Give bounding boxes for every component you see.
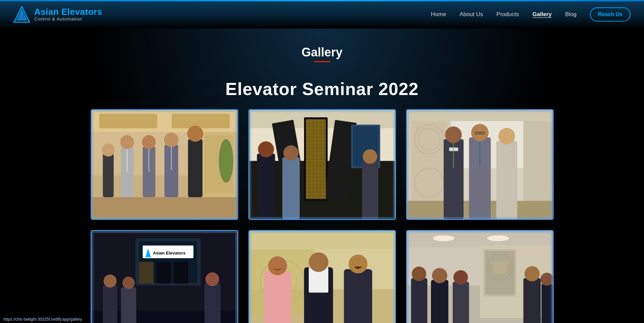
photo-2 <box>249 110 395 219</box>
svg-rect-114 <box>541 284 552 323</box>
nav-gallery[interactable]: Gallery <box>532 11 552 18</box>
svg-rect-32 <box>306 119 326 199</box>
photo-3 <box>407 110 553 219</box>
svg-rect-13 <box>103 154 113 197</box>
logo-brand: Asian Elevators <box>34 7 102 17</box>
svg-point-89 <box>268 257 287 275</box>
logo-subtitle: Control & Automation <box>34 16 102 21</box>
photo-4-svg: Asian Elevators <box>92 231 237 323</box>
svg-point-20 <box>164 133 178 147</box>
svg-point-12 <box>219 139 233 183</box>
svg-point-111 <box>453 270 468 285</box>
svg-text:Asian Elevators: Asian Elevators <box>153 250 185 256</box>
nav-home[interactable]: Home <box>431 11 446 18</box>
svg-rect-37 <box>282 157 300 219</box>
gallery-item-5[interactable] <box>248 230 396 323</box>
svg-rect-41 <box>362 161 378 219</box>
svg-rect-93 <box>344 269 372 323</box>
gallery-item-3[interactable] <box>406 109 554 220</box>
svg-point-38 <box>283 145 298 160</box>
photo-3-svg <box>407 110 553 219</box>
svg-point-113 <box>524 266 539 281</box>
gallery-item-1[interactable] <box>91 109 238 220</box>
logo-icon <box>13 6 30 23</box>
logo-text: Asian Elevators Control & Automation <box>34 7 102 22</box>
svg-point-104 <box>492 260 507 274</box>
svg-point-58 <box>471 124 489 141</box>
main-content: Gallery Elevator Seminar 2022 <box>0 29 644 323</box>
photo-1 <box>92 110 237 219</box>
svg-point-107 <box>411 267 426 281</box>
svg-rect-74 <box>139 262 153 284</box>
gallery-item-2[interactable] <box>248 109 396 220</box>
svg-rect-80 <box>204 284 220 323</box>
photo-5 <box>249 231 395 323</box>
svg-rect-110 <box>453 282 469 323</box>
photo-5-svg <box>249 231 395 323</box>
svg-point-42 <box>362 149 377 164</box>
nav-about-us[interactable]: About Us <box>459 11 483 18</box>
photo-6 <box>407 231 553 323</box>
svg-point-64 <box>498 128 515 145</box>
svg-rect-46 <box>411 114 447 215</box>
gallery-title-section: Gallery <box>7 39 637 65</box>
svg-point-79 <box>122 277 135 289</box>
svg-rect-7 <box>99 114 157 128</box>
svg-rect-8 <box>171 114 230 128</box>
reach-us-button[interactable]: Reach Us <box>590 7 631 21</box>
logo-area[interactable]: Asian Elevators Control & Automation <box>13 6 102 23</box>
gallery-item-4[interactable]: Asian Elevators <box>91 230 238 323</box>
svg-rect-72 <box>156 262 171 284</box>
nav-blog[interactable]: Blog <box>565 11 577 18</box>
status-bar: https://chic-twilight-30325f.netlify.app… <box>0 316 86 323</box>
status-url: https://chic-twilight-30325f.netlify.app… <box>3 317 82 322</box>
svg-point-81 <box>205 272 219 286</box>
photo-1-svg <box>92 110 237 219</box>
svg-rect-78 <box>121 287 136 323</box>
svg-rect-35 <box>257 154 275 219</box>
svg-point-16 <box>120 135 134 149</box>
photo-6-svg <box>407 231 553 323</box>
svg-point-22 <box>187 126 203 142</box>
svg-rect-21 <box>188 139 202 197</box>
svg-point-18 <box>142 135 156 149</box>
gallery-item-6[interactable] <box>406 230 554 323</box>
svg-rect-106 <box>411 278 427 323</box>
logo-brand-colored: Asian Elevators <box>34 7 102 17</box>
photo-2-svg <box>249 110 395 219</box>
svg-rect-73 <box>174 262 188 284</box>
svg-point-99 <box>487 235 509 241</box>
svg-rect-108 <box>431 280 448 323</box>
photo-4: Asian Elevators <box>92 231 237 323</box>
svg-point-98 <box>433 235 454 241</box>
svg-rect-63 <box>496 141 517 219</box>
svg-point-54 <box>445 127 462 143</box>
gallery-grid: Asian Elevators <box>70 109 574 323</box>
seminar-title: Elevator Seminar 2022 <box>7 65 637 109</box>
svg-rect-52 <box>407 110 552 121</box>
svg-rect-9 <box>92 197 237 219</box>
svg-rect-76 <box>103 285 117 323</box>
svg-point-14 <box>102 143 115 156</box>
svg-rect-88 <box>264 271 291 323</box>
svg-point-94 <box>348 255 367 273</box>
nav-products[interactable]: Products <box>496 11 519 18</box>
site-header: Asian Elevators Control & Automation Hom… <box>0 0 644 29</box>
svg-rect-97 <box>407 231 552 247</box>
main-nav: Home About Us Products Gallery Blog Reac… <box>431 7 631 21</box>
svg-point-77 <box>103 275 116 288</box>
svg-point-92 <box>309 252 328 272</box>
page-title: Gallery <box>301 45 342 62</box>
svg-rect-112 <box>523 278 541 323</box>
svg-point-36 <box>258 141 274 157</box>
svg-rect-84 <box>250 231 395 249</box>
svg-point-109 <box>432 268 447 283</box>
